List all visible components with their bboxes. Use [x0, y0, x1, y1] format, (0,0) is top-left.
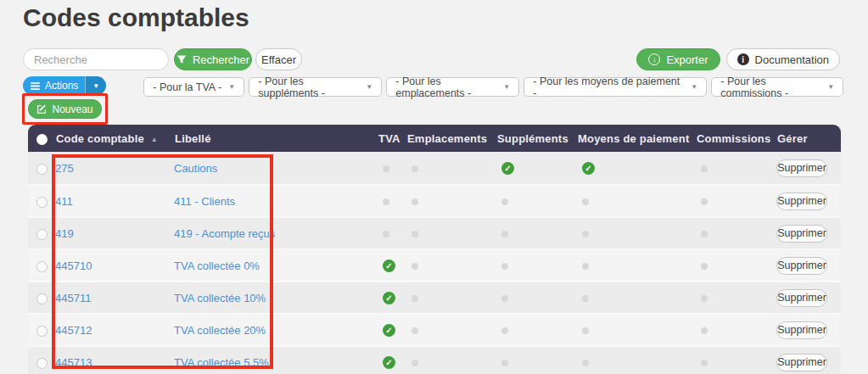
- supplements-status-cell: [496, 345, 577, 374]
- table-row: 445711 TVA collectée 10% ✓ Supprimer: [28, 281, 841, 313]
- status-unchecked-icon: [383, 231, 389, 237]
- filter-icon: [176, 54, 187, 64]
- row-checkbox[interactable]: [36, 326, 48, 337]
- code-cell: 411: [55, 184, 174, 216]
- code-link[interactable]: 445711: [55, 292, 91, 304]
- delete-button[interactable]: Supprimer: [776, 289, 827, 307]
- table-body: 275 Cautions ✓ ✓ Supprimer 411 411 - Cli…: [28, 152, 841, 374]
- supplements-status-cell: [496, 216, 577, 248]
- code-link[interactable]: 275: [55, 162, 74, 175]
- status-unchecked-icon: [412, 198, 418, 205]
- gerer-cell: Supprimer: [776, 184, 841, 216]
- tva-status-cell: [378, 216, 406, 248]
- moyens-de-paiement-status-cell: [577, 313, 696, 345]
- libelle-link[interactable]: TVA collectée 20%: [174, 324, 266, 337]
- delete-button[interactable]: Supprimer: [776, 225, 827, 243]
- page-title: Codes comptables: [23, 3, 249, 32]
- gerer-cell: Supprimer: [776, 313, 841, 345]
- row-checkbox-cell: [28, 281, 55, 313]
- libelle-cell: 419 - Acompte reçus: [174, 216, 378, 248]
- supplements-status-cell: [496, 248, 577, 281]
- status-checked-icon: ✓: [383, 324, 395, 337]
- row-checkbox-cell: [28, 184, 55, 216]
- row-checkbox[interactable]: [36, 261, 48, 272]
- search-input[interactable]: [23, 48, 169, 70]
- status-checked-icon: ✓: [383, 292, 395, 304]
- export-button-label: Exporter: [666, 53, 708, 66]
- export-button[interactable]: ↓ Exporter: [636, 48, 720, 70]
- row-checkbox[interactable]: [36, 293, 48, 304]
- new-button[interactable]: Nouveau: [28, 99, 102, 119]
- status-unchecked-icon: [412, 165, 418, 172]
- filter-dropdown-supplements-label: - Pour les suppléments -: [258, 75, 359, 99]
- code-cell: 445712: [55, 313, 174, 345]
- row-checkbox[interactable]: [36, 197, 48, 208]
- filter-dropdown-commissions[interactable]: - Pour les commissions - ▼: [711, 77, 843, 97]
- libelle-link[interactable]: TVA collectée 0%: [174, 260, 260, 272]
- row-checkbox[interactable]: [36, 358, 48, 369]
- status-unchecked-icon: [412, 360, 418, 366]
- libelle-link[interactable]: 411 - Clients: [174, 195, 235, 208]
- list-icon: [31, 81, 40, 91]
- search-button-label: Rechercher: [193, 53, 249, 66]
- status-unchecked-icon: [412, 327, 418, 334]
- chevron-down-icon: ▼: [827, 83, 834, 91]
- libelle-link[interactable]: TVA collectée 5.5%: [174, 356, 269, 369]
- filter-dropdown-emplacements[interactable]: - Pour les emplacements - ▼: [386, 77, 519, 97]
- filter-dropdown-tva-label: - Pour la TVA -: [153, 81, 221, 93]
- delete-button[interactable]: Supprimer: [776, 257, 827, 275]
- row-checkbox[interactable]: [36, 229, 48, 240]
- gerer-cell: Supprimer: [776, 152, 841, 184]
- code-cell: 275: [55, 152, 174, 184]
- filter-dropdown-supplements[interactable]: - Pour les suppléments - ▼: [249, 77, 382, 97]
- code-cell: 445711: [55, 281, 174, 313]
- status-checked-icon: ✓: [501, 162, 514, 175]
- moyens-de-paiement-status-cell: [577, 345, 696, 374]
- delete-button[interactable]: Supprimer: [776, 321, 827, 339]
- row-checkbox[interactable]: [36, 164, 48, 175]
- column-header-tva: TVA: [378, 125, 406, 152]
- emplacements-status-cell: [406, 281, 496, 313]
- edit-icon: [36, 104, 47, 114]
- libelle-cell: TVA collectée 5.5%: [174, 345, 378, 374]
- select-all-checkbox[interactable]: [36, 134, 48, 145]
- table-row: 275 Cautions ✓ ✓ Supprimer: [28, 152, 841, 184]
- code-link[interactable]: 445710: [55, 260, 92, 272]
- filter-dropdown-tva[interactable]: - Pour la TVA - ▼: [143, 77, 244, 97]
- chevron-down-icon[interactable]: ▼: [85, 76, 106, 95]
- delete-button[interactable]: Supprimer: [776, 159, 827, 177]
- download-icon: ↓: [648, 53, 660, 65]
- row-checkbox-cell: [28, 313, 55, 345]
- table-row: 419 419 - Acompte reçus Supprimer: [28, 216, 841, 248]
- code-cell: 445710: [55, 248, 174, 281]
- actions-button[interactable]: Actions ▼: [23, 76, 106, 95]
- libelle-link[interactable]: 419 - Acompte reçus: [174, 227, 275, 240]
- code-link[interactable]: 411: [55, 195, 73, 208]
- status-unchecked-icon: [501, 295, 508, 302]
- status-unchecked-icon: [412, 231, 418, 237]
- filter-toolbar: Actions ▼ - Pour la TVA - ▼ - Pour les s…: [23, 76, 843, 97]
- supplements-status-cell: [496, 281, 577, 313]
- code-link[interactable]: 445713: [55, 356, 92, 369]
- libelle-cell: 411 - Clients: [174, 184, 378, 216]
- column-header-code-comptable[interactable]: Code comptable ▲: [55, 125, 174, 152]
- status-unchecked-icon: [701, 165, 708, 172]
- clear-button[interactable]: Effacer: [255, 48, 302, 70]
- supplements-status-cell: [496, 184, 577, 216]
- documentation-button-label: Documentation: [755, 53, 829, 66]
- libelle-link[interactable]: Cautions: [174, 162, 217, 175]
- delete-button[interactable]: Supprimer: [776, 193, 827, 210]
- status-unchecked-icon: [501, 263, 508, 270]
- tva-status-cell: ✓: [378, 248, 406, 281]
- gerer-cell: Supprimer: [776, 216, 841, 248]
- code-link[interactable]: 419: [55, 227, 74, 240]
- filter-dropdown-moyens-de-paiement[interactable]: - Pour les moyens de paiement - ▼: [524, 77, 707, 97]
- libelle-link[interactable]: TVA collectée 10%: [174, 292, 266, 304]
- status-unchecked-icon: [701, 231, 708, 237]
- search-button[interactable]: Rechercher: [174, 48, 252, 70]
- code-link[interactable]: 445712: [55, 324, 92, 337]
- status-unchecked-icon: [701, 295, 708, 302]
- libelle-cell: TVA collectée 10%: [174, 281, 378, 313]
- delete-button[interactable]: Supprimer: [776, 354, 827, 371]
- documentation-button[interactable]: i Documentation: [726, 48, 840, 70]
